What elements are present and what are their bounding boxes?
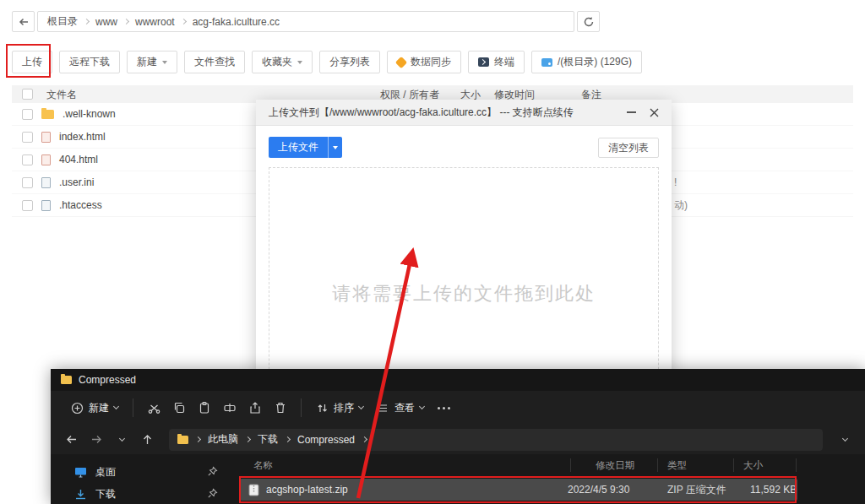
paste-icon [198, 401, 211, 415]
row-checkbox[interactable] [22, 154, 33, 165]
col-type[interactable]: 类型 [667, 459, 687, 472]
pin-icon [207, 488, 218, 499]
terminal-button[interactable]: 终端 [468, 51, 525, 73]
cut-button[interactable] [141, 395, 166, 420]
column-divider[interactable] [570, 458, 571, 472]
favorites-label: 收藏夹 [262, 55, 292, 69]
file-search-label: 文件查找 [194, 55, 235, 69]
breadcrumb: 根目录 www wwwroot acg-faka.iculture.cc [37, 11, 574, 32]
explorer-titlebar: Compressed [51, 369, 865, 391]
refresh-button[interactable] [577, 11, 600, 32]
close-icon[interactable] [649, 107, 660, 118]
file-search-button[interactable]: 文件查找 [184, 51, 245, 73]
file-name[interactable]: .htaccess [59, 199, 102, 211]
row-checkbox[interactable] [22, 177, 33, 188]
view-icon [377, 402, 389, 415]
breadcrumb-item-wwwroot[interactable]: wwwroot [135, 16, 175, 28]
col-name[interactable]: 名称 [253, 459, 273, 472]
sidebar-item-label: 桌面 [95, 465, 116, 480]
chevron-right-icon [195, 436, 201, 442]
copy-icon [172, 401, 186, 415]
favorites-button[interactable]: 收藏夹 [252, 51, 313, 73]
nav-forward-button[interactable] [86, 430, 106, 450]
zip-file-icon [248, 484, 259, 496]
share-list-button[interactable]: 分享列表 [319, 51, 380, 73]
arrow-left-icon [65, 433, 78, 446]
breadcrumb-item-site[interactable]: acg-faka.iculture.cc [193, 16, 280, 28]
chevron-down-icon [118, 435, 124, 441]
chevron-down-icon [333, 146, 338, 152]
chevron-right-icon [123, 19, 129, 24]
folder-icon [41, 110, 54, 119]
crumb-compressed[interactable]: Compressed [297, 434, 355, 446]
upload-button[interactable]: 上传 [12, 51, 52, 73]
zip-file-date: 2022/4/5 9:30 [568, 484, 629, 496]
data-sync-label: 数据同步 [411, 55, 451, 69]
windows-explorer: Compressed 新建 [51, 369, 865, 504]
upload-file-dropdown[interactable] [328, 137, 342, 158]
remote-download-button[interactable]: 远程下载 [59, 51, 120, 73]
more-options-button[interactable] [431, 395, 456, 420]
crumb-downloads[interactable]: 下载 [258, 432, 278, 447]
address-dropdown-button[interactable] [835, 430, 855, 450]
column-divider[interactable] [657, 458, 658, 472]
sort-button[interactable]: 排序 [309, 395, 370, 420]
download-icon [74, 489, 87, 500]
clear-list-button[interactable]: 清空列表 [598, 138, 659, 158]
sort-label: 排序 [334, 401, 354, 415]
new-item-button[interactable]: 新建 [64, 395, 125, 420]
file-name[interactable]: .user.ini [59, 176, 94, 188]
nav-back-button[interactable] [61, 430, 81, 450]
sidebar-item-desktop[interactable]: 桌面 [51, 461, 237, 483]
breadcrumb-item-root[interactable]: 根目录 [47, 14, 78, 29]
new-button-label: 新建 [137, 55, 157, 69]
row-checkbox[interactable] [22, 109, 33, 120]
chevron-down-icon [113, 404, 119, 409]
upload-dropzone[interactable]: 请将需要上传的文件拖到此处 [269, 167, 659, 378]
col-filename[interactable]: 文件名 [46, 88, 77, 102]
back-button[interactable] [12, 11, 35, 32]
upload-button-label: 上传 [22, 55, 42, 69]
nav-history-button[interactable] [112, 430, 132, 450]
new-button[interactable]: 新建 [127, 51, 177, 73]
breadcrumb-item-www[interactable]: www [95, 16, 117, 28]
col-size[interactable]: 大小 [743, 459, 763, 472]
chevron-down-icon [358, 404, 364, 409]
ellipsis-icon [438, 407, 450, 409]
column-divider[interactable] [733, 458, 734, 472]
paste-button[interactable] [192, 395, 217, 420]
chevron-down-icon [162, 61, 167, 67]
row-checkbox[interactable] [22, 200, 33, 211]
file-name[interactable]: 404.html [59, 154, 98, 165]
share-button[interactable] [242, 395, 268, 420]
list-header: 名称 修改日期 类型 大小 [237, 456, 865, 474]
sidebar-item-label: 下载 [95, 487, 116, 501]
address-breadcrumb[interactable]: 此电脑 下载 Compressed [169, 429, 823, 451]
arrow-up-icon [141, 433, 154, 446]
chevron-right-icon [181, 19, 187, 24]
col-date[interactable]: 修改日期 [596, 459, 634, 472]
data-sync-button[interactable]: 数据同步 [387, 51, 461, 73]
share-list-label: 分享列表 [329, 55, 370, 69]
view-button[interactable]: 查看 [370, 395, 431, 420]
row-checkbox[interactable] [22, 132, 33, 143]
file-name[interactable]: .well-known [63, 108, 116, 120]
new-item-label: 新建 [89, 401, 109, 415]
explorer-sidebar: 桌面 下载 [51, 454, 237, 504]
disk-button[interactable]: /(根目录) (129G) [531, 51, 642, 73]
file-name[interactable]: index.html [59, 131, 106, 143]
chevron-down-icon [297, 61, 302, 67]
sidebar-item-downloads[interactable]: 下载 [51, 483, 237, 504]
file-row-selected[interactable]: acgshop-latest.zip 2022/4/5 9:30 ZIP 压缩文… [240, 479, 797, 501]
select-all-checkbox[interactable] [22, 89, 33, 100]
rename-button[interactable] [217, 395, 242, 420]
crumb-this-pc[interactable]: 此电脑 [208, 432, 238, 447]
refresh-icon [583, 16, 595, 28]
upload-file-button[interactable]: 上传文件 [269, 137, 328, 158]
column-divider[interactable] [796, 458, 797, 472]
nav-up-button[interactable] [137, 430, 157, 450]
copy-button[interactable] [166, 395, 192, 420]
html-file-icon [41, 154, 51, 165]
minimize-icon[interactable] [627, 111, 636, 113]
delete-button[interactable] [268, 395, 293, 420]
